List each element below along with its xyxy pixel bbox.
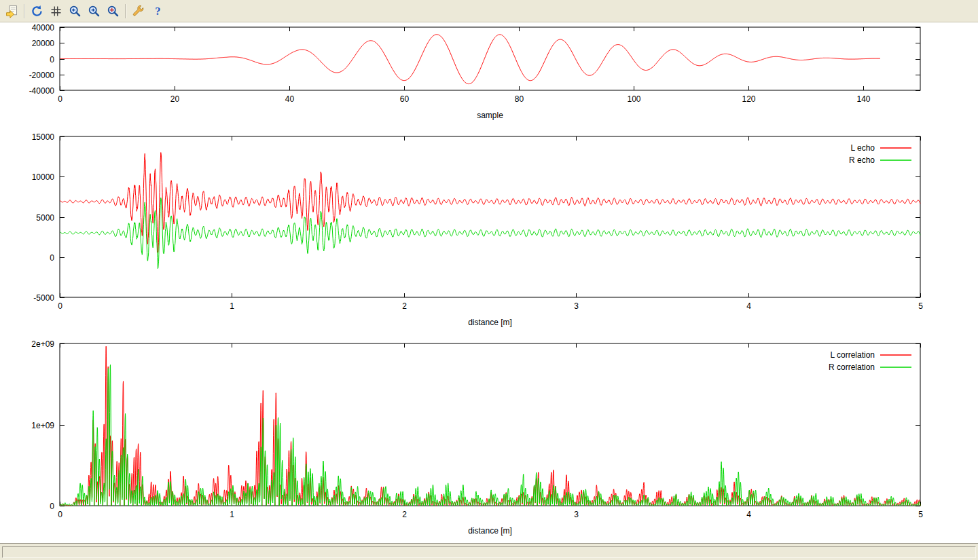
svg-text:1e+09: 1e+09 <box>31 421 54 430</box>
settings-icon <box>131 4 145 18</box>
toolbar: ? <box>0 0 978 22</box>
svg-text:2e+09: 2e+09 <box>31 339 54 349</box>
zoom-next-button[interactable] <box>85 2 103 20</box>
toggle-grid-button[interactable] <box>47 2 65 20</box>
svg-text:3: 3 <box>574 510 579 519</box>
help-icon: ? <box>150 4 164 18</box>
status-bar <box>0 543 978 560</box>
svg-text:-40000: -40000 <box>29 86 55 96</box>
svg-text:5000: 5000 <box>36 213 54 223</box>
gnuplot-window: ? 020406080100120140-40000-2000002000040… <box>0 0 978 560</box>
svg-text:distance [m]: distance [m] <box>468 526 512 536</box>
zoom-previous-button[interactable] <box>66 2 84 20</box>
svg-text:2: 2 <box>402 510 407 519</box>
svg-text:?: ? <box>155 5 160 18</box>
toolbar-separator <box>24 4 25 18</box>
chart-transmit-signal[interactable]: 020406080100120140-40000-200000200004000… <box>0 22 978 131</box>
toolbar-separator <box>125 4 126 18</box>
svg-text:2: 2 <box>402 301 407 311</box>
svg-text:1: 1 <box>230 301 234 311</box>
grid-icon <box>49 4 63 18</box>
plot-canvas: 020406080100120140-40000-200000200004000… <box>0 22 978 543</box>
help-button[interactable]: ? <box>148 2 166 20</box>
svg-text:R echo: R echo <box>849 155 875 165</box>
svg-text:L correlation: L correlation <box>830 350 875 360</box>
svg-text:0: 0 <box>58 94 62 104</box>
svg-text:-20000: -20000 <box>29 71 55 80</box>
svg-text:4: 4 <box>746 510 751 519</box>
zoom-previous-icon <box>68 4 82 18</box>
svg-text:distance [m]: distance [m] <box>468 318 512 327</box>
svg-text:80: 80 <box>515 94 524 104</box>
svg-text:0: 0 <box>58 510 62 519</box>
svg-text:0: 0 <box>50 253 54 263</box>
refresh-icon <box>30 4 44 18</box>
svg-text:40000: 40000 <box>32 23 55 33</box>
chart-correlation-signals[interactable]: 01234501e+092e+09distance [m]L correlati… <box>0 335 978 543</box>
svg-text:sample: sample <box>477 111 503 120</box>
replot-button[interactable] <box>28 2 46 20</box>
svg-text:100: 100 <box>627 94 640 104</box>
svg-text:40: 40 <box>285 94 295 104</box>
svg-text:L echo: L echo <box>850 143 875 153</box>
svg-text:0: 0 <box>50 55 54 64</box>
svg-text:15000: 15000 <box>32 132 55 142</box>
svg-text:4: 4 <box>746 301 751 311</box>
svg-text:-5000: -5000 <box>33 293 54 303</box>
svg-text:1: 1 <box>230 510 234 519</box>
svg-text:60: 60 <box>400 94 410 104</box>
chart-echo-signals[interactable]: 012345-5000050001000015000distance [m]L … <box>0 131 978 335</box>
svg-text:R correlation: R correlation <box>829 362 875 372</box>
autoscale-icon <box>106 4 120 18</box>
zoom-next-icon <box>87 4 101 18</box>
svg-text:3: 3 <box>574 301 579 311</box>
status-text <box>2 546 976 558</box>
svg-text:10000: 10000 <box>32 172 55 182</box>
svg-text:5: 5 <box>918 510 923 519</box>
copy-icon <box>5 4 19 18</box>
svg-text:5: 5 <box>918 301 923 311</box>
svg-text:20: 20 <box>170 94 180 104</box>
svg-text:20000: 20000 <box>32 39 55 48</box>
copy-button[interactable] <box>3 2 21 20</box>
settings-button[interactable] <box>129 2 147 20</box>
autoscale-button[interactable] <box>104 2 122 20</box>
svg-text:0: 0 <box>58 301 62 311</box>
svg-text:0: 0 <box>50 502 54 511</box>
svg-text:120: 120 <box>742 94 755 104</box>
svg-text:140: 140 <box>856 94 870 104</box>
